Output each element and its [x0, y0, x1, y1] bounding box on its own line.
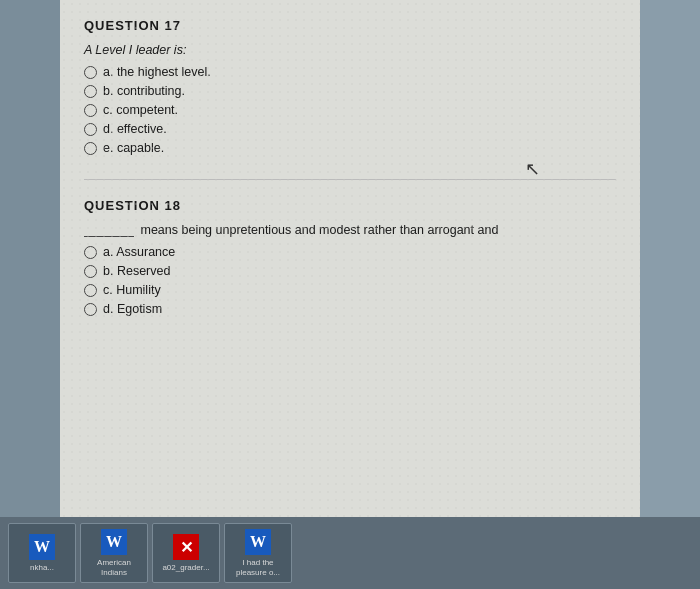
- radio-17a[interactable]: [84, 66, 97, 79]
- document-content: QUESTION 17 A Level I leader is: a. the …: [60, 0, 640, 517]
- taskbar-label-word2: American Indians: [85, 558, 143, 577]
- option-17a-label: a. the highest level.: [103, 65, 211, 79]
- radio-17e[interactable]: [84, 142, 97, 155]
- blank-line: [84, 236, 134, 237]
- question-18-stem: means being unpretentious and modest rat…: [84, 223, 616, 237]
- radio-17d[interactable]: [84, 123, 97, 136]
- mouse-cursor: ↖: [525, 158, 540, 180]
- option-17d[interactable]: d. effective.: [84, 122, 616, 136]
- excel-logo: ✕: [173, 534, 199, 560]
- word-logo-1: W: [29, 534, 55, 560]
- taskbar-label-word3: I had the pleasure o...: [229, 558, 287, 577]
- question-17-stem: A Level I leader is:: [84, 43, 616, 57]
- option-18c[interactable]: c. Humility: [84, 283, 616, 297]
- option-17c[interactable]: c. competent.: [84, 103, 616, 117]
- taskbar-icon-word3: W: [244, 528, 272, 556]
- option-18b-label: b. Reserved: [103, 264, 170, 278]
- taskbar-icon-word1: W: [28, 533, 56, 561]
- taskbar-icon-excel: ✕: [172, 533, 200, 561]
- right-sidebar: [640, 0, 700, 517]
- question-18-stem-text: means being unpretentious and modest rat…: [140, 223, 498, 237]
- word-logo-3: W: [245, 529, 271, 555]
- main-wrapper: QUESTION 17 A Level I leader is: a. the …: [0, 0, 700, 589]
- taskbar: W nkha... W American Indians ✕ a02_grade…: [0, 517, 700, 589]
- taskbar-label-word1: nkha...: [30, 563, 54, 573]
- option-17e-label: e. capable.: [103, 141, 164, 155]
- option-18d-label: d. Egotism: [103, 302, 162, 316]
- radio-18a[interactable]: [84, 246, 97, 259]
- taskbar-item-excel[interactable]: ✕ a02_grader...: [152, 523, 220, 583]
- question-17-block: QUESTION 17 A Level I leader is: a. the …: [84, 18, 616, 155]
- option-18c-label: c. Humility: [103, 283, 161, 297]
- question-18-title: QUESTION 18: [84, 198, 616, 213]
- radio-17c[interactable]: [84, 104, 97, 117]
- radio-17b[interactable]: [84, 85, 97, 98]
- top-area: QUESTION 17 A Level I leader is: a. the …: [0, 0, 700, 517]
- taskbar-icon-word2: W: [100, 528, 128, 556]
- taskbar-label-excel: a02_grader...: [162, 563, 209, 573]
- option-17e[interactable]: e. capable.: [84, 141, 616, 155]
- question-17-title: QUESTION 17: [84, 18, 616, 33]
- option-18a-label: a. Assurance: [103, 245, 175, 259]
- option-17c-label: c. competent.: [103, 103, 178, 117]
- option-18b[interactable]: b. Reserved: [84, 264, 616, 278]
- option-18a[interactable]: a. Assurance: [84, 245, 616, 259]
- radio-18b[interactable]: [84, 265, 97, 278]
- radio-18c[interactable]: [84, 284, 97, 297]
- option-17a[interactable]: a. the highest level.: [84, 65, 616, 79]
- option-17b-label: b. contributing.: [103, 84, 185, 98]
- left-sidebar: [0, 0, 60, 517]
- taskbar-item-word2[interactable]: W American Indians: [80, 523, 148, 583]
- option-17d-label: d. effective.: [103, 122, 167, 136]
- taskbar-item-word3[interactable]: W I had the pleasure o...: [224, 523, 292, 583]
- word-logo-2: W: [101, 529, 127, 555]
- radio-18d[interactable]: [84, 303, 97, 316]
- option-18d[interactable]: d. Egotism: [84, 302, 616, 316]
- option-17b[interactable]: b. contributing.: [84, 84, 616, 98]
- question-divider: [84, 179, 616, 180]
- taskbar-item-word1[interactable]: W nkha...: [8, 523, 76, 583]
- question-18-block: QUESTION 18 means being unpretentious an…: [84, 198, 616, 316]
